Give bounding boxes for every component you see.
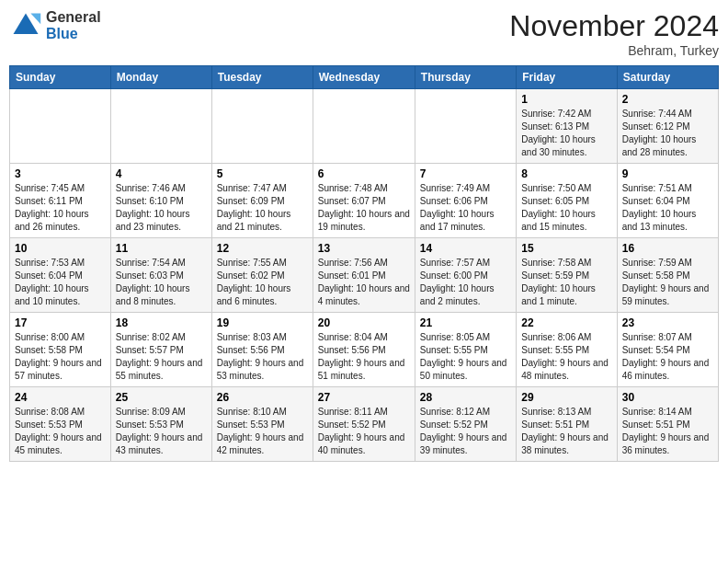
day-info: Sunrise: 7:50 AM Sunset: 6:05 PM Dayligh… — [521, 182, 611, 234]
day-number: 13 — [318, 242, 410, 255]
day-info: Sunrise: 7:59 AM Sunset: 5:58 PM Dayligh… — [622, 257, 713, 308]
day-info: Sunrise: 8:11 AM Sunset: 5:52 PM Dayligh… — [318, 406, 410, 457]
calendar-cell: 21Sunrise: 8:05 AM Sunset: 5:55 PM Dayli… — [415, 313, 516, 387]
calendar-cell — [10, 89, 111, 164]
calendar-cell: 18Sunrise: 8:02 AM Sunset: 5:57 PM Dayli… — [110, 313, 211, 387]
calendar-cell: 30Sunrise: 8:14 AM Sunset: 5:51 PM Dayli… — [617, 387, 718, 462]
logo-blue: Blue — [46, 26, 78, 41]
calendar-week-row: 3Sunrise: 7:45 AM Sunset: 6:11 PM Daylig… — [10, 164, 719, 238]
calendar-cell: 4Sunrise: 7:46 AM Sunset: 6:10 PM Daylig… — [110, 164, 211, 238]
weekday-header-cell: Monday — [110, 66, 211, 89]
calendar-cell: 2Sunrise: 7:44 AM Sunset: 6:12 PM Daylig… — [617, 89, 718, 164]
calendar-cell: 1Sunrise: 7:42 AM Sunset: 6:13 PM Daylig… — [517, 89, 617, 164]
day-info: Sunrise: 8:04 AM Sunset: 5:56 PM Dayligh… — [318, 331, 410, 383]
logo-icon — [9, 9, 42, 42]
day-info: Sunrise: 8:02 AM Sunset: 5:57 PM Dayligh… — [116, 331, 207, 383]
day-info: Sunrise: 7:46 AM Sunset: 6:10 PM Dayligh… — [116, 182, 207, 234]
calendar-cell: 8Sunrise: 7:50 AM Sunset: 6:05 PM Daylig… — [517, 164, 617, 238]
calendar-cell: 3Sunrise: 7:45 AM Sunset: 6:11 PM Daylig… — [10, 164, 111, 238]
calendar-week-row: 17Sunrise: 8:00 AM Sunset: 5:58 PM Dayli… — [10, 313, 719, 387]
day-number: 2 — [622, 93, 713, 106]
calendar-cell — [415, 89, 516, 164]
calendar-cell: 19Sunrise: 8:03 AM Sunset: 5:56 PM Dayli… — [211, 313, 313, 387]
logo: General Blue — [9, 9, 101, 42]
calendar-cell: 10Sunrise: 7:53 AM Sunset: 6:04 PM Dayli… — [10, 238, 111, 313]
calendar-cell: 15Sunrise: 7:58 AM Sunset: 5:59 PM Dayli… — [517, 238, 617, 313]
day-info: Sunrise: 7:48 AM Sunset: 6:07 PM Dayligh… — [318, 182, 410, 234]
calendar-table: SundayMondayTuesdayWednesdayThursdayFrid… — [9, 65, 719, 462]
calendar-week-row: 1Sunrise: 7:42 AM Sunset: 6:13 PM Daylig… — [10, 89, 719, 164]
day-info: Sunrise: 7:56 AM Sunset: 6:01 PM Dayligh… — [318, 257, 410, 308]
weekday-header-cell: Thursday — [415, 66, 516, 89]
day-info: Sunrise: 7:42 AM Sunset: 6:13 PM Dayligh… — [521, 108, 611, 159]
calendar-cell — [211, 89, 313, 164]
day-info: Sunrise: 7:51 AM Sunset: 6:04 PM Dayligh… — [622, 182, 713, 234]
calendar-cell — [110, 89, 211, 164]
calendar-cell: 16Sunrise: 7:59 AM Sunset: 5:58 PM Dayli… — [617, 238, 718, 313]
day-number: 5 — [217, 167, 308, 180]
calendar-cell: 14Sunrise: 7:57 AM Sunset: 6:00 PM Dayli… — [415, 238, 516, 313]
logo-text: General Blue — [46, 9, 101, 41]
day-info: Sunrise: 7:58 AM Sunset: 5:59 PM Dayligh… — [521, 257, 611, 308]
day-number: 17 — [15, 316, 106, 329]
calendar-cell: 25Sunrise: 8:09 AM Sunset: 5:53 PM Dayli… — [110, 387, 211, 462]
day-number: 10 — [15, 242, 106, 255]
day-number: 20 — [318, 316, 410, 329]
day-info: Sunrise: 8:06 AM Sunset: 5:55 PM Dayligh… — [521, 331, 611, 383]
day-number: 3 — [15, 167, 106, 180]
weekday-header-cell: Friday — [517, 66, 617, 89]
calendar-cell: 22Sunrise: 8:06 AM Sunset: 5:55 PM Dayli… — [517, 313, 617, 387]
day-number: 19 — [217, 316, 308, 329]
calendar-cell: 28Sunrise: 8:12 AM Sunset: 5:52 PM Dayli… — [415, 387, 516, 462]
day-info: Sunrise: 8:14 AM Sunset: 5:51 PM Dayligh… — [622, 406, 713, 457]
weekday-header-cell: Wednesday — [313, 66, 415, 89]
calendar-cell: 13Sunrise: 7:56 AM Sunset: 6:01 PM Dayli… — [313, 238, 415, 313]
calendar-cell: 7Sunrise: 7:49 AM Sunset: 6:06 PM Daylig… — [415, 164, 516, 238]
day-info: Sunrise: 7:55 AM Sunset: 6:02 PM Dayligh… — [217, 257, 308, 308]
title-block: November 2024 Behram, Turkey — [509, 9, 719, 58]
day-number: 16 — [622, 242, 713, 255]
day-number: 22 — [521, 316, 611, 329]
day-number: 18 — [116, 316, 207, 329]
day-number: 11 — [116, 242, 207, 255]
weekday-header-cell: Sunday — [10, 66, 111, 89]
day-info: Sunrise: 8:09 AM Sunset: 5:53 PM Dayligh… — [116, 406, 207, 457]
day-info: Sunrise: 8:13 AM Sunset: 5:51 PM Dayligh… — [521, 406, 611, 457]
calendar-cell: 12Sunrise: 7:55 AM Sunset: 6:02 PM Dayli… — [211, 238, 313, 313]
day-number: 6 — [318, 167, 410, 180]
page-header: General Blue November 2024 Behram, Turke… — [9, 9, 719, 58]
calendar-cell: 9Sunrise: 7:51 AM Sunset: 6:04 PM Daylig… — [617, 164, 718, 238]
day-number: 14 — [420, 242, 511, 255]
day-number: 23 — [622, 316, 713, 329]
day-number: 27 — [318, 391, 410, 404]
weekday-header-cell: Saturday — [617, 66, 718, 89]
day-number: 4 — [116, 167, 207, 180]
day-info: Sunrise: 8:00 AM Sunset: 5:58 PM Dayligh… — [15, 331, 106, 383]
day-number: 7 — [420, 167, 511, 180]
calendar-cell: 26Sunrise: 8:10 AM Sunset: 5:53 PM Dayli… — [211, 387, 313, 462]
day-info: Sunrise: 7:45 AM Sunset: 6:11 PM Dayligh… — [15, 182, 106, 234]
logo-general: General — [46, 9, 101, 25]
calendar-week-row: 24Sunrise: 8:08 AM Sunset: 5:53 PM Dayli… — [10, 387, 719, 462]
day-info: Sunrise: 8:10 AM Sunset: 5:53 PM Dayligh… — [217, 406, 308, 457]
day-number: 12 — [217, 242, 308, 255]
day-info: Sunrise: 8:07 AM Sunset: 5:54 PM Dayligh… — [622, 331, 713, 383]
location: Behram, Turkey — [509, 43, 719, 58]
day-info: Sunrise: 8:12 AM Sunset: 5:52 PM Dayligh… — [420, 406, 511, 457]
day-number: 24 — [15, 391, 106, 404]
calendar-cell: 5Sunrise: 7:47 AM Sunset: 6:09 PM Daylig… — [211, 164, 313, 238]
svg-marker-1 — [30, 14, 40, 25]
day-info: Sunrise: 7:49 AM Sunset: 6:06 PM Dayligh… — [420, 182, 511, 234]
weekday-header-cell: Tuesday — [211, 66, 313, 89]
day-number: 15 — [521, 242, 611, 255]
calendar-body: 1Sunrise: 7:42 AM Sunset: 6:13 PM Daylig… — [10, 89, 719, 462]
day-number: 25 — [116, 391, 207, 404]
calendar-cell: 11Sunrise: 7:54 AM Sunset: 6:03 PM Dayli… — [110, 238, 211, 313]
day-info: Sunrise: 7:44 AM Sunset: 6:12 PM Dayligh… — [622, 108, 713, 159]
month-title: November 2024 — [509, 9, 719, 43]
calendar-cell: 27Sunrise: 8:11 AM Sunset: 5:52 PM Dayli… — [313, 387, 415, 462]
day-info: Sunrise: 7:53 AM Sunset: 6:04 PM Dayligh… — [15, 257, 106, 308]
calendar-cell: 23Sunrise: 8:07 AM Sunset: 5:54 PM Dayli… — [617, 313, 718, 387]
day-number: 28 — [420, 391, 511, 404]
day-info: Sunrise: 7:57 AM Sunset: 6:00 PM Dayligh… — [420, 257, 511, 308]
